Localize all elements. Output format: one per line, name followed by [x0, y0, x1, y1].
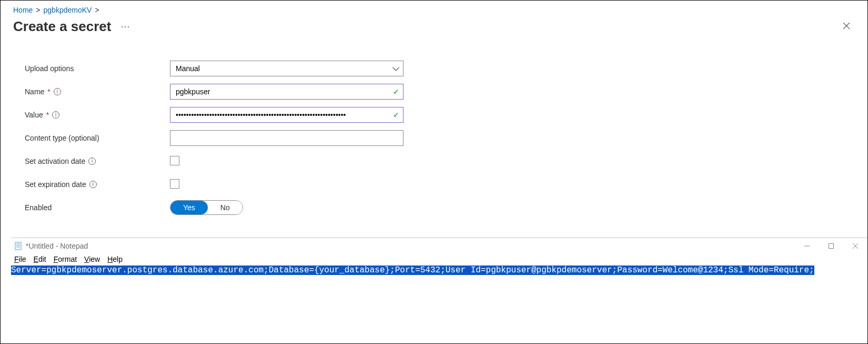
breadcrumb-separator: > — [95, 6, 99, 14]
content-type-label: Content type (optional) — [25, 134, 99, 142]
create-secret-form: Upload options Manual Name * i ✓ Value *… — [1, 41, 867, 219]
menu-format[interactable]: Format — [54, 255, 77, 263]
close-icon[interactable] — [838, 17, 855, 36]
upload-options-label: Upload options — [25, 64, 74, 73]
svg-rect-2 — [15, 242, 21, 250]
breadcrumb-home[interactable]: Home — [13, 6, 33, 14]
notepad-menu: File Edit Format View Help — [11, 254, 867, 266]
enabled-yes[interactable]: Yes — [170, 201, 208, 214]
menu-help[interactable]: Help — [107, 255, 123, 263]
info-icon[interactable]: i — [88, 158, 96, 165]
content-type-input[interactable] — [170, 130, 403, 146]
info-icon[interactable]: i — [52, 111, 59, 119]
menu-view[interactable]: View — [84, 255, 100, 263]
valid-check-icon: ✓ — [393, 111, 399, 119]
required-indicator: * — [47, 87, 50, 96]
expiration-date-checkbox[interactable] — [170, 179, 179, 189]
breadcrumb-separator: > — [36, 6, 40, 14]
activation-date-checkbox[interactable] — [170, 156, 179, 165]
value-label: Value — [25, 111, 43, 119]
valid-check-icon: ✓ — [393, 87, 399, 96]
svg-rect-7 — [829, 244, 834, 249]
enabled-label: Enabled — [25, 203, 52, 212]
breadcrumb: Home > pgbkpdemoKV > — [1, 1, 867, 14]
notepad-title: *Untitled - Notepad — [26, 242, 88, 250]
upload-options-select[interactable]: Manual — [170, 61, 403, 76]
selected-text: Server=pgbkpdemoserver.postgres.database… — [11, 266, 814, 275]
expiration-date-label: Set expiration date — [25, 180, 86, 189]
enabled-toggle[interactable]: Yes No — [170, 200, 243, 215]
more-menu-icon[interactable]: ··· — [118, 19, 132, 34]
minimize-button[interactable] — [795, 238, 819, 254]
breadcrumb-keyvault[interactable]: pgbkpdemoKV — [44, 6, 92, 14]
page-header: Create a secret ··· — [1, 14, 867, 41]
name-label: Name — [25, 87, 44, 96]
notepad-titlebar[interactable]: *Untitled - Notepad — [11, 238, 867, 254]
menu-edit[interactable]: Edit — [34, 255, 46, 263]
close-button[interactable] — [843, 238, 867, 254]
menu-file[interactable]: File — [14, 255, 26, 263]
info-icon[interactable]: i — [54, 88, 61, 95]
notepad-content[interactable]: Server=pgbkpdemoserver.postgres.database… — [11, 266, 867, 275]
enabled-no[interactable]: No — [208, 201, 243, 214]
required-indicator: * — [46, 111, 49, 119]
notepad-window: *Untitled - Notepad File Edit Format Vie… — [11, 238, 867, 343]
notepad-icon — [14, 242, 23, 250]
name-input[interactable] — [170, 84, 403, 100]
activation-date-label: Set activation date — [25, 157, 85, 165]
value-input[interactable] — [170, 107, 403, 123]
maximize-button[interactable] — [819, 238, 843, 254]
page-title: Create a secret — [13, 18, 111, 35]
info-icon[interactable]: i — [89, 181, 97, 188]
